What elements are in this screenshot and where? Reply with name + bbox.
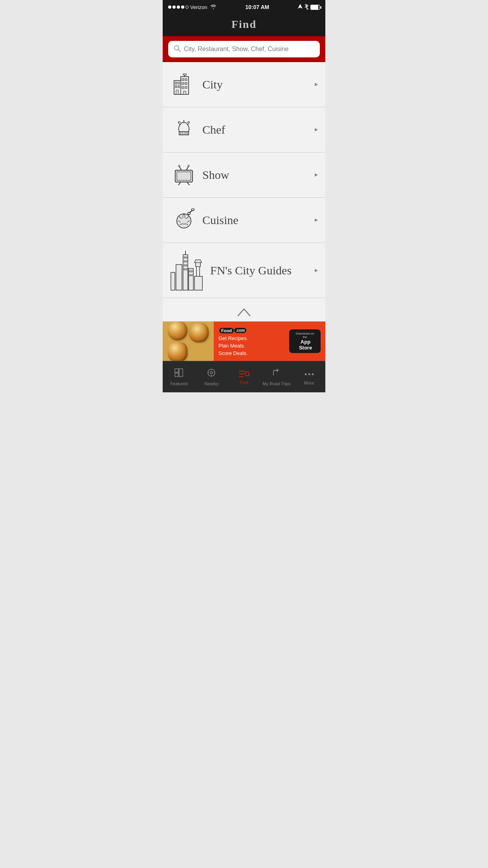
svg-rect-25: [177, 172, 191, 180]
tab-more-label: More: [304, 381, 314, 385]
location-icon: [298, 4, 303, 11]
svg-rect-5: [178, 82, 180, 84]
svg-rect-12: [182, 83, 184, 85]
svg-rect-11: [185, 79, 187, 81]
svg-line-69: [248, 375, 250, 376]
tab-nearby-label: Nearby: [204, 381, 218, 386]
tab-featured-label: Featured: [170, 381, 187, 386]
wifi-icon: [210, 4, 216, 10]
menu-item-fn-city-guides[interactable]: FN's City Guides ►: [163, 243, 325, 298]
ad-text-block: Food.com Get Recipes. Plan Meals. Score …: [218, 326, 285, 357]
svg-rect-42: [184, 261, 185, 262]
svg-rect-47: [186, 268, 187, 270]
cuisine-icon: [169, 206, 198, 235]
svg-rect-10: [182, 79, 184, 81]
svg-point-31: [188, 165, 189, 167]
svg-rect-14: [182, 86, 184, 88]
signal-dot-4: [181, 6, 184, 9]
tab-my-road-trips[interactable]: My Road Trips: [260, 361, 293, 392]
svg-rect-13: [185, 83, 187, 85]
svg-rect-52: [191, 274, 193, 276]
svg-rect-16: [183, 91, 186, 94]
chef-label: Chef: [198, 123, 314, 136]
battery-icon: [310, 5, 320, 10]
show-label: Show: [198, 168, 314, 182]
svg-rect-18: [183, 74, 186, 75]
svg-rect-45: [186, 265, 187, 266]
featured-icon: [174, 368, 183, 380]
menu-item-city[interactable]: City ►: [163, 62, 325, 107]
cityguides-icon: [169, 249, 206, 292]
fn-city-guides-chevron: ►: [314, 267, 319, 274]
search-box[interactable]: [168, 41, 320, 57]
svg-point-30: [178, 165, 180, 167]
svg-line-2: [178, 50, 180, 51]
show-chevron: ►: [314, 172, 319, 178]
svg-rect-15: [185, 86, 187, 88]
menu-item-show[interactable]: Show ►: [163, 153, 325, 198]
page-title: Find: [163, 18, 325, 31]
tab-find[interactable]: Find: [228, 361, 261, 392]
ad-subtitle-2: Plan Meals.: [218, 343, 285, 349]
ad-content: Food.com Get Recipes. Plan Meals. Score …: [214, 322, 325, 361]
chef-icon: [169, 115, 198, 145]
show-icon: [169, 160, 198, 190]
fn-city-guides-label: FN's City Guides: [206, 264, 314, 277]
city-icon: [169, 70, 198, 99]
svg-rect-50: [191, 270, 193, 272]
chef-chevron: ►: [314, 127, 319, 133]
more-icon: [305, 369, 314, 379]
tab-bar: Featured Nearby Find: [163, 361, 325, 392]
svg-point-35: [188, 212, 190, 215]
svg-rect-38: [183, 255, 188, 290]
search-container: [163, 36, 325, 62]
menu-list: City ► Chef ►: [163, 62, 325, 322]
svg-point-71: [308, 373, 310, 375]
svg-rect-40: [184, 257, 185, 258]
svg-rect-46: [184, 268, 185, 270]
status-bar: Verizon 10:07 AM: [163, 0, 325, 14]
bluetooth-icon: [305, 4, 308, 11]
menu-item-partial: [163, 298, 325, 322]
tab-nearby[interactable]: Nearby: [195, 361, 228, 392]
download-label: Download on the: [293, 332, 317, 339]
signal-dot-2: [172, 6, 176, 9]
signal-strength: [168, 6, 189, 9]
header: Find: [163, 14, 325, 36]
svg-rect-41: [186, 257, 187, 258]
svg-rect-6: [175, 86, 177, 88]
svg-rect-56: [175, 369, 178, 372]
svg-rect-37: [176, 265, 182, 290]
menu-item-cuisine[interactable]: Cuisine ►: [163, 198, 325, 243]
ad-subtitle-1: Get Recipes.: [218, 335, 285, 342]
svg-rect-49: [189, 270, 191, 272]
svg-rect-4: [175, 82, 177, 84]
roadtrips-icon: [272, 368, 281, 380]
svg-rect-8: [176, 90, 178, 94]
ad-food-image: [163, 322, 214, 361]
svg-point-70: [305, 373, 306, 375]
svg-point-1: [174, 46, 179, 50]
tab-road-trips-label: My Road Trips: [262, 381, 290, 386]
signal-dot-1: [168, 6, 171, 9]
cuisine-chevron: ►: [314, 217, 319, 223]
search-input[interactable]: [184, 46, 314, 53]
ad-banner[interactable]: Food.com Get Recipes. Plan Meals. Score …: [163, 322, 325, 361]
status-left: Verizon: [168, 4, 216, 10]
tab-featured[interactable]: Featured: [163, 361, 195, 392]
app-store-button[interactable]: Download on the App Store: [289, 329, 321, 353]
app-store-label: App Store: [294, 339, 317, 351]
carrier-name: Verizon: [190, 4, 207, 10]
tab-find-label: Find: [240, 380, 248, 385]
city-label: City: [198, 78, 314, 91]
menu-item-chef[interactable]: Chef ►: [163, 107, 325, 153]
ad-brand-domain: .com: [234, 328, 246, 333]
svg-rect-51: [189, 274, 191, 276]
signal-dot-3: [177, 6, 180, 9]
svg-line-26: [178, 182, 181, 185]
ad-brand: Food.com: [218, 326, 285, 335]
svg-rect-55: [194, 276, 202, 290]
tab-more[interactable]: More: [293, 361, 325, 392]
scroll-up-indicator: [169, 302, 319, 322]
svg-rect-7: [178, 86, 180, 88]
